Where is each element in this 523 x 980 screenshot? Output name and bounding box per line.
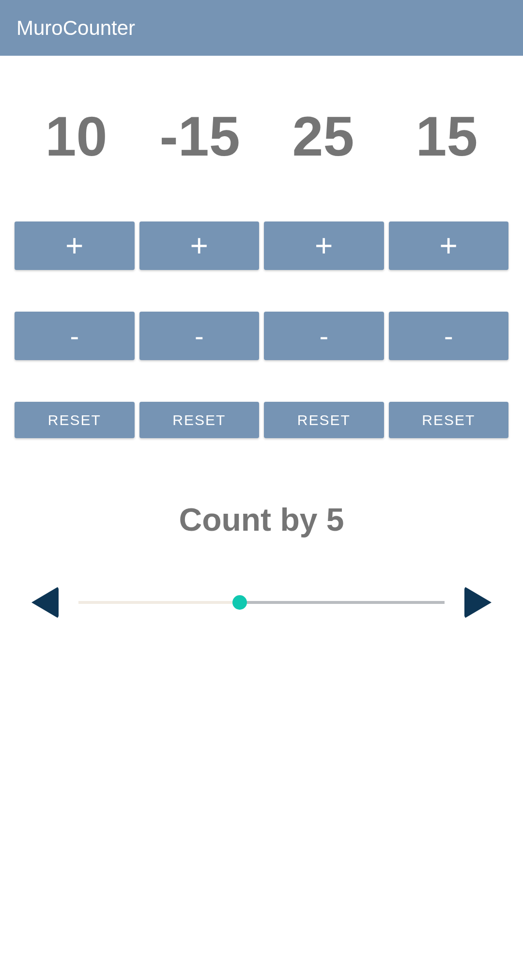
decrease-step-button[interactable] [29,586,61,618]
minus-button-3[interactable]: - [264,312,384,360]
minus-button-1[interactable]: - [15,312,135,360]
app-bar: MuroCounter [0,0,523,56]
plus-button-row: + + + + [15,221,508,270]
slider-track-rest [240,601,445,604]
reset-button-1[interactable]: RESET [15,402,135,438]
reset-button-row: RESET RESET RESET RESET [15,402,508,438]
slider-row [15,586,508,618]
reset-button-3[interactable]: RESET [264,402,384,438]
plus-button-1[interactable]: + [15,221,135,270]
count-by-label: Count by 5 [15,501,508,538]
slider-thumb[interactable] [232,595,247,610]
increase-step-button[interactable] [462,586,494,618]
arrow-left-icon [31,586,59,618]
counter-value-3: 25 [262,104,385,168]
reset-button-4[interactable]: RESET [389,402,509,438]
minus-button-row: - - - - [15,312,508,360]
counter-value-2: -15 [138,104,262,168]
plus-button-3[interactable]: + [264,221,384,270]
plus-button-2[interactable]: + [139,221,260,270]
arrow-right-icon [464,586,492,618]
counters-row: 10 -15 25 15 [15,104,508,168]
slider-track-fill [78,601,240,604]
counter-value-4: 15 [385,104,508,168]
minus-button-2[interactable]: - [139,312,260,360]
counter-value-1: 10 [15,104,138,168]
reset-button-2[interactable]: RESET [139,402,260,438]
minus-button-4[interactable]: - [389,312,509,360]
app-title: MuroCounter [16,16,135,40]
plus-button-4[interactable]: + [389,221,509,270]
main-content: 10 -15 25 15 + + + + - - - - RESET RESET… [0,104,523,618]
step-slider[interactable] [78,601,445,604]
